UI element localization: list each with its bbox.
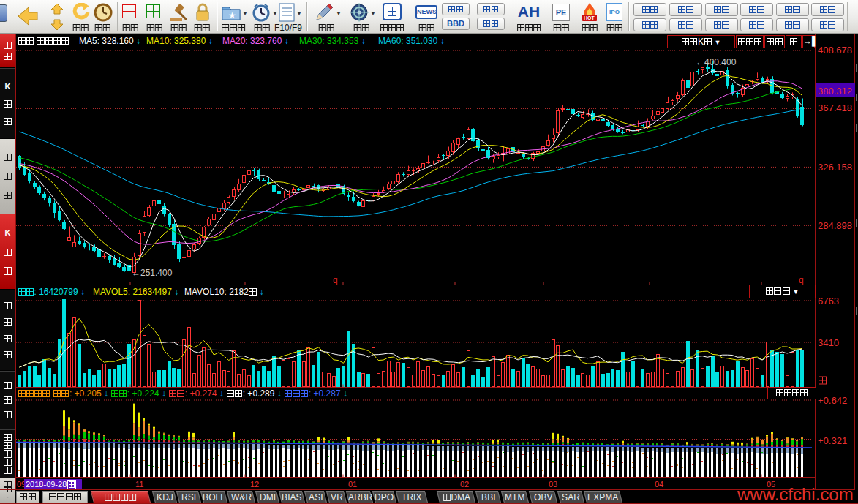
svg-text:q: q [333,275,338,285]
svg-text:←251.400: ←251.400 [132,268,173,278]
svg-text:q: q [799,275,804,285]
svg-text:←400.400: ←400.400 [696,57,737,67]
